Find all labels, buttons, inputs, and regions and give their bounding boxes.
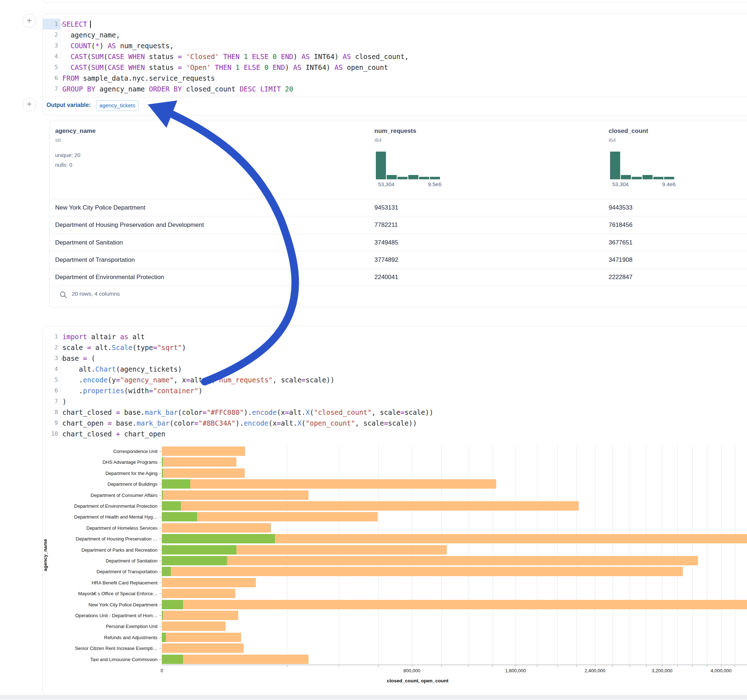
table-cell: 2240041 bbox=[374, 269, 398, 286]
code-line[interactable]: CAST(SUM(CASE WHEN status = 'Closed' THE… bbox=[62, 51, 747, 62]
y-axis-tick bbox=[159, 473, 162, 474]
x-axis-tick bbox=[287, 665, 287, 667]
search-icon[interactable] bbox=[59, 291, 67, 300]
code-line[interactable]: COUNT(*) AS num_requests, bbox=[62, 40, 747, 51]
code-line[interactable]: FROM sample_data.nyc.service_requests bbox=[62, 73, 747, 83]
line-number: 3 bbox=[43, 40, 60, 51]
table-row[interactable]: Department of Environmental Protection22… bbox=[50, 268, 747, 286]
line-number: 7 bbox=[43, 396, 60, 407]
add-cell-button-top[interactable]: + bbox=[22, 14, 36, 28]
page-background-strip bbox=[0, 695, 747, 699]
histogram-bar bbox=[387, 175, 397, 180]
table-cell: Department of Environmental Protection bbox=[55, 269, 164, 286]
code-line[interactable]: chart_open = base.mark_bar(color="#8BC34… bbox=[62, 418, 747, 428]
code-line[interactable]: chart_closed = base.mark_bar(color="#FFC… bbox=[62, 407, 747, 418]
y-axis-label: Department of Environmental Protection bbox=[43, 503, 157, 509]
open-count-bar bbox=[162, 501, 181, 511]
y-axis-label: Department of Buildings bbox=[43, 481, 157, 487]
table-cell: 3749485 bbox=[374, 234, 398, 251]
chart-x-axis-title: closed_count, open_count bbox=[162, 678, 673, 683]
code-line[interactable]: base = ( bbox=[62, 353, 747, 364]
sql-results-table: 20 rows, 4 columns agency_namestrunique:… bbox=[49, 120, 747, 308]
closed-count-bar bbox=[162, 556, 698, 565]
table-row[interactable]: Department of Housing Preservation and D… bbox=[50, 216, 747, 234]
y-axis-label: Department of Housing Preservation … bbox=[43, 536, 157, 542]
y-axis-tick bbox=[159, 593, 162, 594]
x-axis-tick bbox=[493, 665, 493, 667]
python-code-editor[interactable]: 123∨45678910 import altair as altscale =… bbox=[43, 331, 747, 439]
closed-count-bar bbox=[162, 611, 238, 620]
x-axis-tick-label: 3,200,000 bbox=[652, 668, 672, 673]
table-cell: 2222847 bbox=[609, 269, 632, 286]
y-axis-tick bbox=[159, 506, 162, 506]
column-histogram[interactable]: 53,3049.4e6 bbox=[610, 152, 674, 180]
output-variable-pill[interactable]: agency_tickets bbox=[96, 100, 139, 111]
gridline bbox=[287, 446, 287, 665]
row-count-label: 20 rows, 4 columns bbox=[72, 291, 120, 297]
y-axis-tick bbox=[159, 616, 162, 616]
gridline bbox=[721, 446, 721, 665]
closed-count-bar bbox=[162, 457, 236, 467]
code-line[interactable]: alt.Chart(agency_tickets) bbox=[62, 364, 747, 374]
sql-code-editor[interactable]: 1∨234567 SELECT agency_name, COUNT(*) AS… bbox=[43, 19, 747, 94]
code-line[interactable]: ) bbox=[62, 396, 747, 407]
y-axis-label: Operations Unit - Department of Hom… bbox=[43, 613, 157, 618]
gridline bbox=[707, 446, 708, 665]
gridline bbox=[442, 446, 442, 665]
histogram-bar bbox=[430, 177, 440, 180]
y-axis-label: Department of Homeless Services bbox=[43, 525, 157, 531]
closed-count-bar bbox=[162, 501, 579, 511]
closed-count-bar bbox=[162, 567, 683, 576]
python-code[interactable]: import altair as altscale = alt.Scale(ty… bbox=[62, 331, 747, 439]
code-line[interactable]: .properties(width="container") bbox=[62, 385, 747, 396]
add-cell-button-output[interactable]: + bbox=[22, 98, 36, 111]
x-axis-tick bbox=[612, 665, 613, 667]
sql-code[interactable]: SELECT agency_name, COUNT(*) AS num_requ… bbox=[62, 19, 747, 94]
gutter-divider bbox=[60, 331, 60, 439]
histogram-bar bbox=[610, 152, 620, 180]
table-footer: 20 rows, 4 columns bbox=[50, 285, 747, 308]
histogram-bar bbox=[621, 175, 631, 180]
column-header[interactable]: num_requestsi64 bbox=[374, 127, 416, 143]
x-axis-tick bbox=[735, 665, 735, 667]
python-line-numbers: 123∨45678910 bbox=[43, 331, 60, 439]
column-type: str bbox=[55, 137, 95, 143]
y-axis-tick bbox=[159, 626, 162, 627]
code-line[interactable]: .encode(y="agency_name", x=alt.X("num_re… bbox=[62, 374, 747, 385]
histogram-bar bbox=[419, 177, 429, 180]
x-axis-tick bbox=[537, 665, 537, 667]
x-axis-tick bbox=[378, 665, 379, 667]
code-line[interactable]: import altair as alt bbox=[62, 331, 747, 342]
column-header[interactable]: closed_counti64 bbox=[609, 127, 648, 143]
chart-y-axis-title: agency_name bbox=[42, 446, 48, 665]
x-axis-tick bbox=[662, 665, 662, 667]
column-header[interactable]: agency_namestr bbox=[55, 127, 95, 143]
x-axis-tick bbox=[576, 665, 577, 667]
code-line[interactable]: chart_closed + chart_open bbox=[62, 428, 747, 439]
gridline bbox=[412, 446, 412, 665]
table-row[interactable]: Department of Sanitation37494853677651 bbox=[50, 234, 747, 251]
closed-count-bar bbox=[162, 643, 243, 653]
code-line[interactable]: GROUP BY agency_name ORDER BY closed_cou… bbox=[62, 83, 747, 94]
line-number: 1∨ bbox=[43, 19, 60, 30]
code-line[interactable]: scale = alt.Scale(type="sqrt") bbox=[62, 342, 747, 353]
line-number: 3∨ bbox=[43, 353, 60, 364]
x-axis-tick-label: 2,400,000 bbox=[584, 668, 605, 673]
line-number: 8 bbox=[43, 407, 60, 418]
y-axis-label: New York City Police Department bbox=[43, 602, 157, 608]
text-cursor bbox=[90, 21, 91, 28]
y-axis-label: Refunds and Adjustments bbox=[43, 635, 157, 640]
y-axis-tick bbox=[159, 451, 162, 451]
sql-line-numbers: 1∨234567 bbox=[43, 19, 60, 94]
table-cell: Department of Sanitation bbox=[55, 234, 123, 251]
code-line[interactable]: SELECT bbox=[62, 19, 747, 30]
gridline bbox=[629, 446, 630, 665]
table-row[interactable]: New York City Police Department945313194… bbox=[50, 199, 747, 216]
code-line[interactable]: agency_name, bbox=[62, 30, 747, 40]
code-line[interactable]: CAST(SUM(CASE WHEN status = 'Open' THEN … bbox=[62, 62, 747, 73]
column-histogram[interactable]: 53,3049.5e6 bbox=[376, 152, 440, 180]
table-row[interactable]: Department of Transportation377489234719… bbox=[50, 251, 747, 269]
closed-count-bar bbox=[162, 622, 225, 631]
x-axis-tick bbox=[721, 665, 721, 667]
closed-count-bar bbox=[162, 468, 245, 478]
